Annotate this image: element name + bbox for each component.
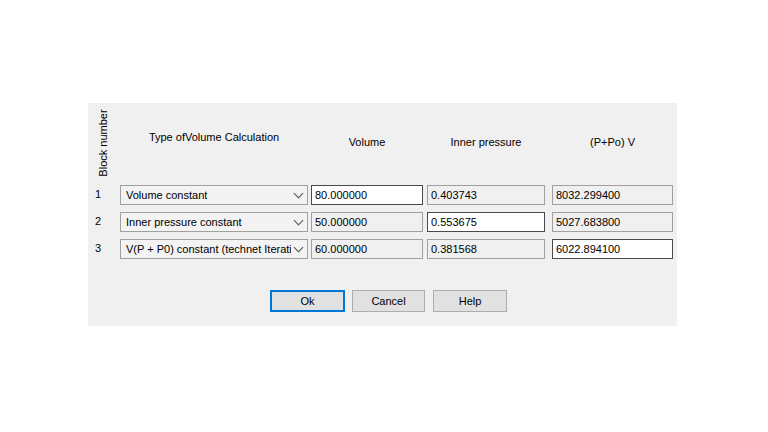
inner-pressure-input[interactable] (427, 212, 545, 232)
calculation-type-value: Inner pressure constant (126, 216, 291, 228)
calculation-type-value: Volume constant (126, 189, 291, 201)
volume-field (311, 212, 423, 232)
row-number: 3 (90, 242, 106, 254)
row-number: 1 (90, 188, 106, 200)
row-number: 2 (90, 215, 106, 227)
header-inner-pressure: Inner pressure (427, 136, 545, 148)
volume-calculation-dialog: Block number Type ofVolume Calculation V… (88, 103, 677, 326)
chevron-down-icon (294, 215, 304, 225)
volume-field (311, 239, 423, 259)
calculation-type-dropdown[interactable]: Inner pressure constant (120, 212, 308, 232)
ok-button[interactable]: Ok (270, 290, 345, 312)
header-volume: Volume (311, 136, 423, 148)
inner-pressure-field (427, 185, 545, 205)
inner-pressure-field (427, 239, 545, 259)
calculation-type-dropdown[interactable]: Volume constant (120, 185, 308, 205)
pv-input[interactable] (552, 239, 673, 259)
calculation-type-dropdown[interactable]: V(P + P0) constant (technet Iteratio (120, 239, 308, 259)
calculation-type-value: V(P + P0) constant (technet Iteratio (126, 243, 291, 255)
block-number-label: Block number (97, 109, 109, 176)
header-type-of-volume-calculation: Type ofVolume Calculation (120, 131, 308, 143)
cancel-button[interactable]: Cancel (352, 290, 425, 312)
pv-field (552, 212, 673, 232)
chevron-down-icon (294, 188, 304, 198)
volume-input[interactable] (311, 185, 423, 205)
chevron-down-icon (294, 242, 304, 252)
pv-field (552, 185, 673, 205)
help-button[interactable]: Help (433, 290, 507, 312)
header-p-plus-po-v: (P+Po) V (552, 136, 673, 148)
